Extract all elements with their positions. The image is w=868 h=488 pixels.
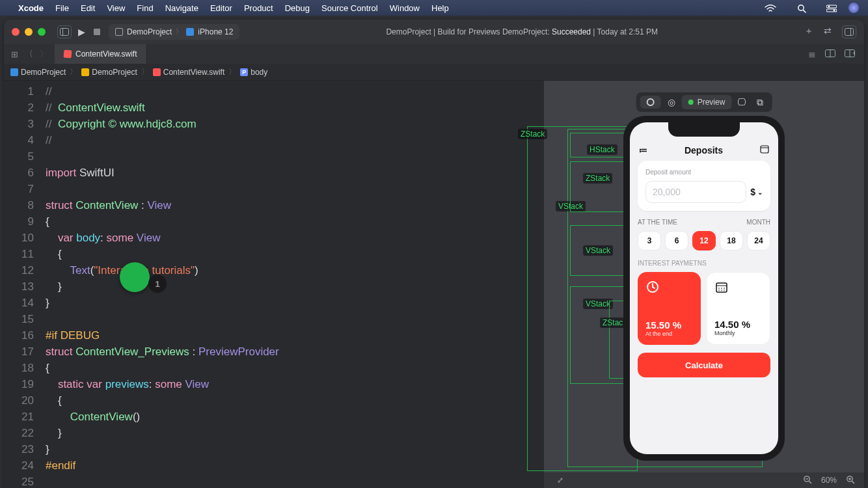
svg-rect-18 [716, 283, 727, 292]
app-title: Deposits [685, 145, 723, 156]
control-center-icon[interactable] [817, 3, 839, 13]
menu-product[interactable]: Product [244, 3, 273, 13]
iphone-frame: ≔ Deposits Deposit amount 20,000 $⌄ [623, 116, 785, 461]
close-icon[interactable] [12, 28, 20, 36]
wifi-icon[interactable] [755, 3, 779, 13]
live-preview-button[interactable] [640, 96, 661, 109]
minimap-icon[interactable]: ≣ [808, 49, 816, 59]
menu-debug[interactable]: Debug [285, 3, 310, 13]
preview-mode[interactable]: Preview [682, 95, 732, 109]
deposit-label: Deposit amount [645, 169, 763, 176]
window-controls[interactable] [12, 28, 46, 36]
device-icon [186, 28, 194, 36]
zoom-out-icon[interactable] [803, 475, 812, 486]
app-header: ≔ Deposits [638, 144, 770, 161]
chevron-down-icon: ⌄ [757, 189, 763, 196]
svg-point-24 [721, 290, 722, 291]
duplicate-preview-icon[interactable]: ⧉ [752, 97, 768, 108]
time-row-head: AT THE TIME MONTH [638, 219, 770, 226]
stop-button[interactable] [92, 29, 102, 35]
zoom-icon[interactable] [38, 28, 46, 36]
outline-label: VStack [583, 245, 613, 256]
menu-help[interactable]: Help [431, 3, 449, 13]
xcode-window: ▶ DemoProject 〉 iPhone 12 DemoProject | … [4, 20, 864, 488]
user-icon[interactable] [848, 3, 859, 13]
svg-point-22 [724, 288, 725, 289]
menu-edit[interactable]: Edit [81, 3, 95, 13]
month-6[interactable]: 6 [665, 231, 688, 251]
zoom-level[interactable]: 60% [821, 476, 837, 485]
menu-file[interactable]: File [55, 3, 69, 13]
related-items-icon[interactable]: ⊞ [11, 49, 18, 59]
menu-source-control[interactable]: Source Control [321, 3, 378, 13]
outline-label: HStack [587, 144, 617, 155]
menu-icon[interactable]: ≔ [639, 145, 647, 155]
code-review-icon[interactable]: ⇄ [824, 25, 832, 38]
deposit-card: Deposit amount 20,000 $⌄ [638, 161, 770, 211]
editor-tabbar: ⊞ 〈 〉 ContentView.swift ≣ + [4, 44, 864, 64]
svg-rect-6 [61, 29, 69, 36]
add-editor-icon[interactable]: + [845, 49, 855, 59]
outline-zstack [527, 126, 638, 471]
tab-contentview[interactable]: ContentView.swift [55, 44, 147, 64]
clock-icon [645, 280, 660, 297]
nav-forward-icon[interactable]: 〉 [40, 48, 48, 60]
month-18[interactable]: 18 [720, 231, 743, 251]
calculate-button[interactable]: Calculate [638, 353, 770, 377]
tutorial-cursor-icon [120, 262, 150, 292]
add-button[interactable]: ＋ [804, 25, 813, 38]
notch [668, 122, 740, 137]
navigator-toggle-icon[interactable] [57, 25, 72, 38]
interest-end-card[interactable]: 15.50 % At the end [638, 272, 701, 345]
currency-selector[interactable]: $⌄ [750, 187, 763, 197]
svg-line-32 [852, 481, 855, 483]
interest-title: INTEREST PAYMETNS [638, 260, 770, 267]
inspector-toggle-icon[interactable] [842, 25, 856, 38]
outline-label: ZStack [583, 173, 612, 183]
menu-window[interactable]: Window [390, 3, 420, 13]
month-24[interactable]: 24 [747, 231, 770, 251]
svg-rect-8 [845, 29, 854, 36]
interest-cards: 15.50 % At the end 14.50 % Mo [638, 272, 770, 345]
month-selector: 3 6 12 18 24 [638, 231, 770, 251]
swift-file-icon [63, 49, 72, 58]
device-settings-icon[interactable]: 🖵 [734, 97, 750, 107]
svg-point-3 [828, 6, 830, 8]
run-button[interactable]: ▶ [78, 27, 85, 37]
menubar-app[interactable]: Xcode [18, 3, 44, 13]
month-3[interactable]: 3 [638, 231, 661, 251]
svg-point-25 [724, 290, 725, 291]
play-ring-icon [647, 98, 655, 106]
svg-point-23 [718, 290, 720, 291]
pin-preview-icon[interactable]: ⤢ [557, 476, 563, 485]
amount-input[interactable]: 20,000 [645, 181, 746, 203]
menu-find[interactable]: Find [137, 3, 153, 13]
svg-rect-15 [761, 146, 768, 153]
menu-navigate[interactable]: Navigate [165, 3, 198, 13]
scheme-selector[interactable]: DemoProject 〉 iPhone 12 [109, 24, 239, 40]
minimize-icon[interactable] [25, 28, 33, 36]
nav-back-icon[interactable]: 〈 [25, 48, 33, 60]
selectable-preview-icon[interactable]: ◎ [664, 97, 679, 107]
zoom-in-icon[interactable] [846, 475, 855, 486]
preview-toolbar: ◎ Preview 🖵 ⧉ [636, 92, 772, 112]
spotlight-icon[interactable] [788, 3, 809, 13]
svg-rect-2 [826, 5, 837, 8]
interest-monthly-card[interactable]: 14.50 % Monthly [706, 272, 770, 345]
scheme-project: DemoProject [127, 27, 172, 36]
menu-view[interactable]: View [107, 3, 125, 13]
code-editor[interactable]: 1// 2// ContentView.swift 3// Copyright … [4, 81, 544, 488]
status-dot-icon [688, 100, 694, 105]
xcode-toolbar: ▶ DemoProject 〉 iPhone 12 DemoProject | … [4, 20, 864, 44]
month-12[interactable]: 12 [692, 231, 716, 251]
adjust-editor-icon[interactable] [825, 49, 835, 59]
svg-line-28 [809, 481, 811, 483]
navigation-breadcrumb[interactable]: DemoProject 〉 DemoProject 〉 ContentView.… [4, 64, 864, 81]
scheme-device: iPhone 12 [198, 27, 233, 36]
outline-label: VStack [556, 201, 586, 211]
svg-text:+: + [852, 50, 855, 57]
project-icon [10, 68, 18, 76]
property-icon: P [240, 68, 248, 76]
menu-editor[interactable]: Editor [210, 3, 232, 13]
calendar-icon[interactable] [760, 144, 769, 156]
